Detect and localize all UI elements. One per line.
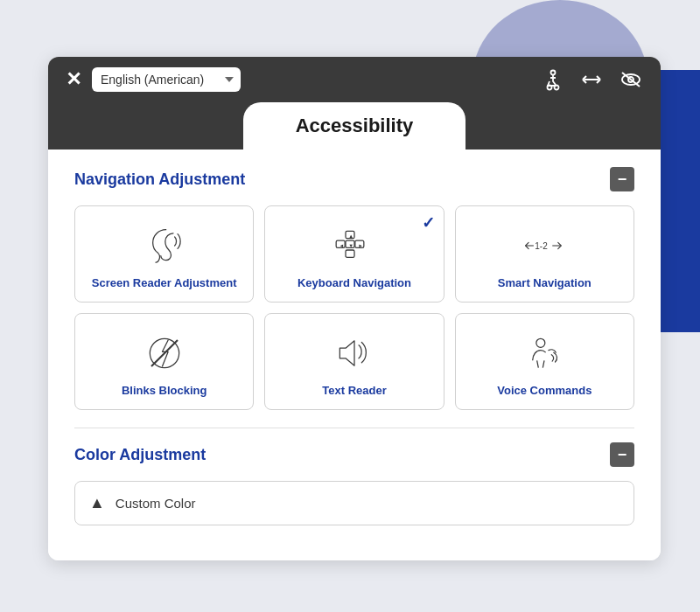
keyboard-nav-checkmark: ✓ [422,213,435,233]
custom-color-row[interactable]: ▲ Custom Color [74,481,634,525]
eye-slash-icon[interactable] [619,70,643,89]
content-area: Navigation Adjustment − [48,150,661,560]
screen-reader-icon [138,224,191,268]
color-collapse-button[interactable]: − [610,442,634,467]
smart-nav-icon: 1-2 [518,224,570,268]
header-left: ✕ English (American) English (British) S… [66,67,241,92]
header-bar: ✕ English (American) English (British) S… [48,57,661,102]
svg-point-0 [551,71,556,75]
keyboard-nav-icon: ▲ ◄ ▼ ► [328,224,381,268]
arrows-icon[interactable] [580,71,603,88]
blinks-icon [138,331,191,375]
navigation-section-header: Navigation Adjustment − [74,167,634,191]
svg-point-1 [548,86,552,90]
svg-text:▼: ▼ [348,243,354,248]
accessibility-panel: ✕ English (American) English (British) S… [48,57,661,560]
smart-navigation-card[interactable]: 1-2 Smart Navigation [455,205,634,303]
voice-commands-card[interactable]: Voice Commands [455,313,634,410]
header-icons [542,68,643,91]
page-title: Accessibility [296,115,414,137]
voice-commands-icon [518,331,570,375]
voice-commands-label: Voice Commands [497,384,592,397]
color-section: Color Adjustment − ▲ Custom Color [74,428,634,525]
text-reader-label: Text Reader [322,384,386,397]
svg-point-20 [536,338,545,347]
color-section-title: Color Adjustment [74,446,206,464]
screen-reader-card[interactable]: Screen Reader Adjustment [74,205,254,303]
close-button[interactable]: ✕ [66,70,81,89]
svg-text:1-2: 1-2 [536,241,549,251]
custom-color-label: Custom Color [116,496,196,511]
svg-text:▲: ▲ [348,233,354,239]
arrow-up-icon: ▲ [89,494,105,512]
navigation-section-title: Navigation Adjustment [74,170,245,189]
title-section: Accessibility [48,102,661,150]
svg-rect-10 [346,250,354,257]
svg-text:►: ► [358,243,363,248]
language-select[interactable]: English (American) English (British) Spa… [92,67,241,92]
navigation-collapse-button[interactable]: − [610,167,634,191]
svg-line-19 [151,340,178,366]
keyboard-nav-label: Keyboard Navigation [298,276,411,289]
smart-nav-label: Smart Navigation [498,276,592,289]
navigation-section: Navigation Adjustment − [74,167,634,410]
keyboard-navigation-card[interactable]: ✓ ▲ ◄ ▼ ► [264,205,444,303]
accessibility-icon[interactable] [542,68,564,91]
svg-text:◄: ◄ [339,243,344,248]
screen-reader-label: Screen Reader Adjustment [92,276,237,289]
text-reader-icon [328,331,381,375]
text-reader-card[interactable]: Text Reader [264,313,444,410]
blinks-blocking-card[interactable]: Blinks Blocking [74,313,254,410]
navigation-feature-grid: Screen Reader Adjustment ✓ [74,205,634,410]
blinks-label: Blinks Blocking [122,384,207,397]
svg-point-2 [555,86,559,90]
title-tab: Accessibility [243,102,466,150]
color-section-header: Color Adjustment − [74,442,634,467]
